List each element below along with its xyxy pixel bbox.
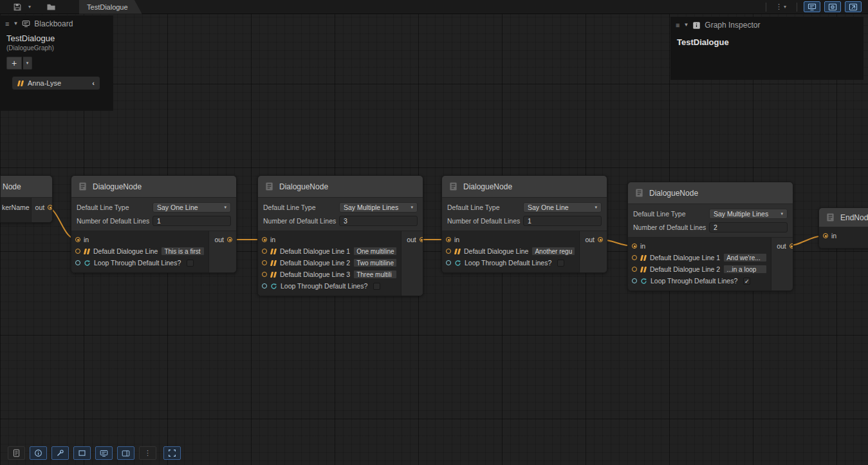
- node-title-bar[interactable]: DialogueNode: [442, 176, 607, 198]
- fullscreen-button[interactable]: [163, 446, 181, 460]
- line-type-dropdown[interactable]: Say Multiple Lines ▾: [709, 209, 788, 219]
- blackboard-panel[interactable]: ≡ ▼ Blackboard TestDialogue (DialogueGra…: [0, 15, 113, 111]
- blackboard-field[interactable]: Anna-Lyse ‹: [12, 76, 100, 90]
- num-lines-field[interactable]: 1: [152, 216, 231, 226]
- dialogue-line-port[interactable]: [262, 272, 267, 277]
- node-title-bar[interactable]: EndNode: [819, 208, 868, 227]
- node-title: DialogueNode: [463, 182, 512, 191]
- toggle-inspector-button[interactable]: [824, 1, 841, 12]
- in-port[interactable]: [75, 237, 80, 242]
- quote-icon: [270, 272, 277, 278]
- port-label: Default Dialogue Line 1: [650, 254, 720, 261]
- line-type-dropdown[interactable]: Say One Line ▾: [152, 202, 231, 213]
- dialogue-line-field[interactable]: ...in a loop: [723, 265, 767, 274]
- blackboard-toggle-button[interactable]: [95, 446, 113, 460]
- dropdown-value: Say One Line: [528, 204, 569, 211]
- in-port[interactable]: [632, 243, 637, 249]
- minimap-toggle-button[interactable]: [117, 446, 134, 460]
- dialogue-line-field[interactable]: Another regu: [531, 247, 575, 256]
- node-title-bar[interactable]: DialogueNode: [628, 182, 793, 204]
- toggle-preview-button[interactable]: [845, 1, 862, 12]
- collapse-arrow-icon[interactable]: ▼: [683, 23, 688, 28]
- loop-port[interactable]: [632, 278, 637, 283]
- node-title: DialogueNode: [279, 182, 328, 191]
- dialogue-line-port[interactable]: [75, 249, 80, 254]
- collapse-arrow-icon[interactable]: ▼: [13, 21, 18, 26]
- info-icon: [692, 21, 701, 30]
- out-port[interactable]: [790, 243, 793, 249]
- dialogue-node[interactable]: DialogueNode Default Line Type Say One L…: [71, 175, 237, 273]
- num-lines-field[interactable]: 2: [709, 222, 788, 232]
- inspector-toggle-button[interactable]: [30, 446, 47, 460]
- toggle-blackboard-button[interactable]: [804, 1, 820, 12]
- dialogue-line-port[interactable]: [262, 260, 267, 265]
- out-port[interactable]: [227, 237, 232, 242]
- field-value: One multiline: [356, 248, 394, 255]
- toolbar-options-button[interactable]: ⋮ ▾: [773, 1, 790, 13]
- dialogue-line-field[interactable]: This is a first: [161, 247, 205, 256]
- loop-checkbox[interactable]: [373, 283, 380, 290]
- graph-canvas[interactable]: ▾ TestDialogue ⋮ ▾: [0, 0, 868, 465]
- save-button[interactable]: [10, 1, 24, 13]
- dialogue-line-port[interactable]: [632, 267, 637, 272]
- dialogue-line-field[interactable]: Two multiline: [353, 258, 397, 267]
- blackboard-field-name: Anna-Lyse: [28, 79, 61, 87]
- dialogue-line-port[interactable]: [632, 255, 637, 260]
- loop-checkbox[interactable]: ✓: [743, 278, 750, 285]
- dialogue-line-port[interactable]: [262, 249, 267, 254]
- graph-inspector-panel[interactable]: ≡ ▼ Graph Inspector TestDialogue: [670, 17, 863, 80]
- add-property-button[interactable]: +: [6, 57, 22, 70]
- dialogue-line-field[interactable]: And we're...: [723, 253, 767, 262]
- loop-port[interactable]: [262, 283, 267, 289]
- dialogue-node[interactable]: DialogueNode Default Line Type Say Multi…: [627, 182, 793, 291]
- field-value: And we're...: [726, 254, 761, 261]
- out-port[interactable]: [420, 237, 423, 242]
- dialogue-node[interactable]: DialogueNode Default Line Type Say One L…: [441, 175, 607, 273]
- port-label: Loop Through Default Lines?: [651, 277, 737, 285]
- hamburger-icon[interactable]: ≡: [5, 21, 9, 28]
- blackboard-header[interactable]: ≡ ▼ Blackboard: [0, 15, 113, 32]
- graph-tab[interactable]: TestDialogue: [79, 0, 142, 14]
- inspector-header[interactable]: ≡ ▼ Graph Inspector: [670, 17, 863, 33]
- inspector-title: Graph Inspector: [705, 21, 760, 30]
- field-value: ...in a loop: [726, 266, 756, 273]
- open-asset-button[interactable]: [44, 1, 59, 13]
- partial-node[interactable]: Node kerName out: [0, 175, 53, 223]
- blackboard-icon: [808, 3, 817, 11]
- num-lines-field[interactable]: 1: [523, 216, 602, 226]
- loop-checkbox[interactable]: [187, 260, 194, 267]
- dropdown-caret-icon: ▾: [780, 211, 783, 216]
- node-title-bar[interactable]: DialogueNode: [258, 176, 423, 198]
- field-expander-icon[interactable]: ‹: [92, 80, 95, 87]
- line-type-dropdown[interactable]: Say One Line ▾: [523, 202, 602, 213]
- line-type-dropdown[interactable]: Say Multiple Lines ▾: [339, 202, 418, 213]
- port-label: in: [84, 236, 89, 243]
- out-port[interactable]: [598, 237, 603, 242]
- console-button[interactable]: [8, 446, 25, 460]
- in-port[interactable]: [823, 233, 828, 238]
- toolbar-separator: [766, 3, 766, 12]
- options-button[interactable]: ⋮: [139, 446, 156, 460]
- out-port[interactable]: [48, 205, 53, 210]
- dialogue-line-port[interactable]: [446, 249, 451, 254]
- dialogue-node[interactable]: DialogueNode Default Line Type Say Multi…: [257, 175, 423, 296]
- loop-port[interactable]: [446, 260, 451, 265]
- add-property-dropdown[interactable]: ▾: [23, 57, 32, 70]
- in-port[interactable]: [262, 237, 267, 242]
- dialogue-line-field[interactable]: One multiline: [353, 247, 397, 256]
- loop-port[interactable]: [75, 260, 80, 265]
- save-dropdown-button[interactable]: ▾: [24, 1, 35, 13]
- frame-all-button[interactable]: [73, 446, 91, 460]
- node-title-bar[interactable]: Node: [1, 176, 52, 198]
- in-port[interactable]: [446, 237, 451, 242]
- dropdown-value: Say Multiple Lines: [714, 210, 768, 218]
- end-node[interactable]: EndNode in: [818, 207, 868, 249]
- loop-checkbox[interactable]: [557, 260, 564, 267]
- tools-button[interactable]: [51, 446, 69, 460]
- prop-label: Number of Default Lines: [263, 217, 339, 225]
- dialogue-line-field[interactable]: Three multili: [353, 270, 397, 279]
- hamburger-icon[interactable]: ≡: [676, 22, 679, 29]
- loop-icon: [454, 260, 461, 267]
- node-title-bar[interactable]: DialogueNode: [71, 176, 236, 198]
- num-lines-field[interactable]: 3: [339, 216, 418, 226]
